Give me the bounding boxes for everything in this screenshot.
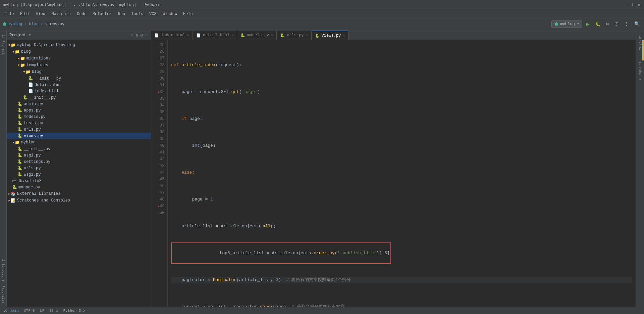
var-GET: GET [221, 89, 228, 95]
tree-item-index-html[interactable]: 📄 index.html [7, 88, 151, 94]
more-button[interactable]: ⋮ [623, 20, 630, 28]
tree-label-myblog-sub: myblog [21, 140, 36, 145]
menu-refactor[interactable]: Refactor [90, 11, 115, 17]
search-button[interactable]: 🔍 [633, 20, 641, 28]
var-top5-32: top5_article_list [219, 251, 264, 256]
menu-run[interactable]: Run [115, 11, 128, 17]
close-btn[interactable]: ✕ [638, 2, 641, 8]
tab-close-urls[interactable]: ✕ [306, 33, 308, 37]
tab-detail-html[interactable]: 📄 detail.html ✕ [193, 31, 237, 40]
code-line-30: page = 1 [171, 196, 632, 203]
tab-urls-py[interactable]: 🐍 urls.py ✕ [277, 31, 311, 40]
tree-label-urls-myblog: urls.py [24, 166, 41, 171]
profile-button[interactable]: ⏱ [613, 21, 620, 28]
code-content[interactable]: def article_index(request): page = reque… [168, 40, 636, 307]
menu-navigate[interactable]: Navigate [49, 11, 73, 17]
debug-button[interactable]: 🐛 [594, 20, 602, 28]
tree-item-scratches[interactable]: ▸ 📝 Scratches and Consoles [7, 197, 151, 204]
tree-item-blog[interactable]: ▾ 📁 blog [7, 48, 151, 55]
folder-expand-myblog-sub: ▾ [12, 140, 15, 145]
tree-item-init-blog[interactable]: 🐍 __init__.py [7, 75, 151, 82]
tree-item-external-libs[interactable]: ▸ 📚 External Libraries [7, 190, 151, 197]
menu-file[interactable]: File [2, 11, 17, 17]
indent31 [171, 223, 181, 230]
minimize-sidebar-icon[interactable]: − [145, 32, 148, 38]
eq30: = [203, 196, 210, 203]
tab-index-html[interactable]: 📄 index.html ✕ [151, 31, 193, 40]
tab-close-detail[interactable]: ✕ [231, 33, 233, 37]
tree-item-settings[interactable]: 🐍 settings.py [7, 159, 151, 165]
sciview-label[interactable]: SciView [637, 32, 643, 53]
gutter-48: 48 [151, 196, 167, 203]
tree-label-views: views.py [24, 134, 43, 138]
code-line-34: current_page_list = paginator.page(page)… [171, 304, 632, 307]
code-editor[interactable]: 25 26 27 28 29 30 31 ◆32 33 34 35 36 37 … [151, 40, 636, 307]
comment-34: # 获取当前分页的所有文章 [291, 304, 345, 307]
tree-item-tests[interactable]: 🐍 tests.py [7, 120, 151, 126]
tree-label-scratches: Scratches and Consoles [17, 198, 70, 203]
favorites-label[interactable]: Favorites [1, 285, 5, 305]
run-config-selector[interactable]: ⬟ myblog ▾ [551, 20, 582, 28]
z-structure-label[interactable]: Z-Structure [1, 259, 5, 283]
tree-item-detail-html[interactable]: 📄 detail.html [7, 82, 151, 88]
locate-icon[interactable]: ⊙ [130, 32, 133, 38]
tree-item-urls-myblog[interactable]: 🐍 urls.py [7, 165, 151, 171]
tree-item-myblog-sub[interactable]: ▾ 📁 myblog [7, 139, 151, 146]
menu-view[interactable]: View [33, 11, 48, 17]
gutter-45: 45 [151, 176, 167, 183]
tree-label-manage: manage.py [18, 185, 40, 190]
status-cursor: 33:1 [49, 309, 58, 313]
indent32 [209, 251, 219, 256]
coverage-button[interactable]: ⊕ [605, 20, 610, 28]
sep2: › [41, 21, 43, 27]
django-icon: ⬟ [3, 21, 6, 27]
folder-expand-blog: ▾ [12, 49, 15, 54]
maximize-btn[interactable]: □ [632, 2, 635, 8]
tab-views-py[interactable]: 🐍 views.py ✕ [312, 31, 349, 40]
tree-item-blog-sub[interactable]: ▾ 📁 blog [7, 69, 151, 75]
run-button[interactable]: ▶ [585, 20, 591, 28]
tree-item-wsgi[interactable]: 🐍 wsgi.py [7, 171, 151, 178]
tree-item-init-myblog[interactable]: 🐍 __init__.py [7, 146, 151, 152]
tree-item-init-blog2[interactable]: 🐍 __init__.py [7, 94, 151, 101]
tab-close-views[interactable]: ✕ [343, 34, 345, 38]
expand-icon[interactable]: ⇅ [136, 32, 138, 38]
minimize-btn[interactable]: — [627, 2, 630, 8]
gutter-39: 39 [151, 136, 167, 142]
settings-icon[interactable]: ⚙ [140, 32, 143, 38]
tree-item-views[interactable]: 🐍 views.py [7, 133, 151, 139]
tree-item-templates[interactable]: ▾ 📁 templates [7, 62, 151, 69]
menu-tools[interactable]: Tools [128, 11, 146, 17]
tree-item-myblog-root[interactable]: ▾ 📁 myblog D:\project\myblog [7, 42, 151, 48]
gutter-42: 42 [151, 156, 167, 163]
menu-vcs[interactable]: VCS [147, 11, 159, 17]
title-bar: myblog [D:\project\myblog] - ...\blog\vi… [0, 0, 644, 10]
status-encoding: UTF-8 [24, 309, 35, 313]
code-line-31: article_list = Article.objects.all() [171, 223, 632, 230]
tree-item-db[interactable]: 🗃 db.sqlite3 [7, 178, 151, 184]
py-icon-init-blog: 🐍 [28, 76, 33, 81]
str-page: 'page' [242, 89, 258, 95]
tab-models-py[interactable]: 🐍 models.py ✕ [237, 31, 277, 40]
tree-item-apps[interactable]: 🐍 apps.py [7, 107, 151, 114]
tree-item-asgi[interactable]: 🐍 asgi.py [7, 152, 151, 159]
breadcrumb-myblog[interactable]: myblog [8, 22, 22, 27]
menu-help[interactable]: Help [180, 11, 196, 17]
tree-item-manage[interactable]: 🐍 manage.py [7, 184, 151, 190]
menu-edit[interactable]: Edit [17, 11, 33, 17]
paren33b: ) [278, 277, 286, 283]
menu-window[interactable]: Window [160, 11, 180, 17]
breadcrumb-views[interactable]: views.py [45, 22, 65, 27]
breadcrumb-blog[interactable]: blog [29, 22, 39, 27]
indent34 [171, 304, 181, 307]
tree-item-admin[interactable]: 🐍 admin.py [7, 101, 151, 107]
tab-close-models[interactable]: ✕ [271, 33, 273, 37]
tree-item-urls-blog[interactable]: 🐍 urls.py [7, 126, 151, 133]
menu-code[interactable]: Code [74, 11, 89, 17]
method-page34: page [260, 304, 270, 307]
tree-item-migrations[interactable]: ▸ 📁 migrations [7, 55, 151, 62]
tab-close-index[interactable]: ✕ [187, 33, 189, 37]
tree-item-models[interactable]: 🐍 models.py [7, 114, 151, 120]
database-label[interactable]: Database [637, 59, 643, 83]
project-label[interactable]: 1: Project [1, 32, 6, 57]
